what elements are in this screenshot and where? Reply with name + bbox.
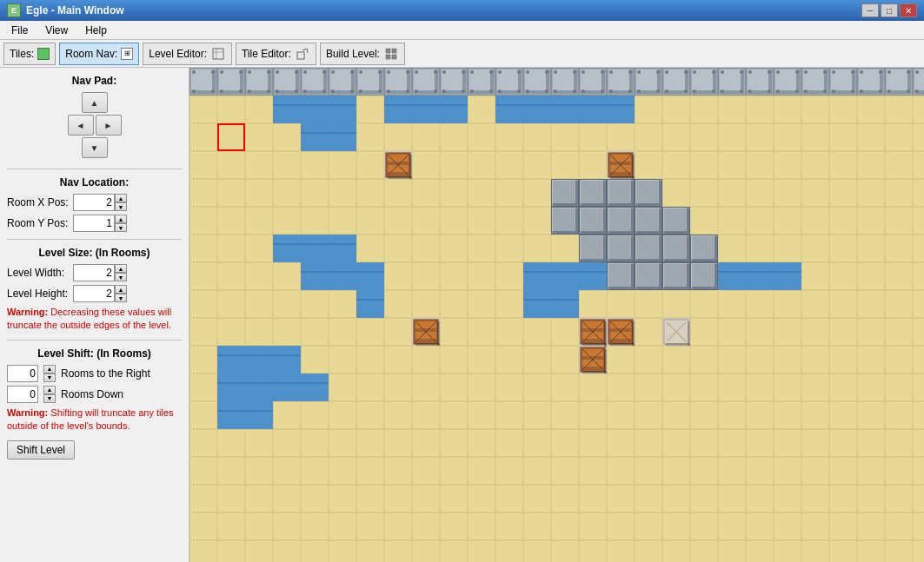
room-x-down-button[interactable]: ▼ (115, 202, 127, 211)
room-y-down-button[interactable]: ▼ (115, 223, 127, 232)
svg-rect-7 (392, 49, 396, 53)
map-area[interactable] (189, 68, 924, 562)
level-width-spinner-buttons: ▲ ▼ (115, 264, 127, 281)
warning-size-bold: Warning: (7, 307, 48, 317)
shift-level-button[interactable]: Shift Level (7, 440, 75, 460)
rooms-down-up-button[interactable]: ▲ (43, 386, 56, 394)
nav-location-title: Nav Location: (7, 176, 182, 188)
room-x-spinner-buttons: ▲ ▼ (115, 194, 127, 211)
toolbar: Tiles: Room Nav: ⊞ Level Editor: Tile Ed… (0, 40, 924, 68)
tile-editor-icon (295, 46, 310, 62)
menu-file[interactable]: File (3, 22, 36, 39)
svg-rect-0 (213, 49, 223, 59)
rooms-right-label: Rooms to the Right (61, 367, 150, 380)
level-width-down-button[interactable]: ▼ (115, 273, 127, 281)
toolbar-tiles-label: Tiles: (10, 48, 34, 60)
level-height-up-button[interactable]: ▲ (115, 285, 127, 294)
toolbar-room-nav[interactable]: Room Nav: ⊞ (59, 43, 139, 65)
warning-size: Warning: Decreasing these values will tr… (7, 306, 182, 333)
svg-rect-6 (386, 49, 390, 53)
rooms-right-row: ▲ ▼ Rooms to the Right (7, 365, 182, 382)
warning-shift: Warning: Shifting will truncate any tile… (7, 407, 182, 433)
maximize-button[interactable]: □ (881, 3, 898, 17)
level-height-spinner: ▲ ▼ (73, 285, 127, 302)
tile-canvas (189, 68, 924, 562)
toolbar-tiles[interactable]: Tiles: (3, 43, 56, 65)
sidebar: Nav Pad: ▲◄►▼ Nav Location: Room X Pos: … (0, 68, 189, 562)
main-content: Nav Pad: ▲◄►▼ Nav Location: Room X Pos: … (0, 68, 924, 562)
level-size-title: Level Size: (In Rooms) (7, 247, 182, 259)
nav-left-button[interactable]: ◄ (68, 115, 94, 136)
window-title: Egle - Main Window (26, 4, 124, 17)
room-nav-icon: ⊞ (121, 48, 133, 60)
tiles-icon (37, 48, 50, 60)
room-y-spinner: ▲ ▼ (73, 215, 127, 232)
room-y-input[interactable] (73, 215, 115, 232)
minimize-button[interactable]: ─ (861, 3, 879, 17)
level-height-spinner-buttons: ▲ ▼ (115, 285, 127, 302)
nav-pad-title: Nav Pad: (7, 75, 182, 87)
level-shift-title: Level Shift: (In Rooms) (7, 347, 182, 360)
build-level-icon (383, 46, 399, 62)
menu-view[interactable]: View (37, 22, 76, 39)
title-controls: ─ □ ✕ (861, 3, 917, 17)
room-x-spinner: ▲ ▼ (73, 194, 127, 211)
close-button[interactable]: ✕ (900, 3, 917, 17)
level-width-spinner: ▲ ▼ (73, 264, 127, 281)
level-width-label: Level Width: (7, 267, 70, 279)
nav-down-button[interactable]: ▼ (82, 137, 108, 158)
level-width-input[interactable] (73, 264, 115, 281)
rooms-right-input[interactable] (7, 365, 38, 382)
menu-bar: File View Help (0, 21, 924, 40)
rooms-down-label: Rooms Down (61, 388, 123, 400)
rooms-right-down-button[interactable]: ▼ (43, 374, 56, 382)
menu-help[interactable]: Help (77, 22, 115, 39)
svg-rect-9 (392, 55, 396, 59)
toolbar-tile-editor[interactable]: Tile Editor: (236, 43, 316, 65)
toolbar-room-nav-label: Room Nav: (65, 48, 117, 60)
room-x-up-button[interactable]: ▲ (115, 194, 127, 202)
room-y-up-button[interactable]: ▲ (115, 215, 127, 223)
rooms-right-spinner-buttons: ▲ ▼ (43, 365, 56, 382)
level-editor-icon (210, 46, 226, 62)
rooms-down-down-button[interactable]: ▼ (43, 394, 56, 403)
level-width-row: Level Width: ▲ ▼ (7, 264, 182, 281)
nav-right-button[interactable]: ► (96, 115, 122, 136)
level-height-label: Level Height: (7, 288, 70, 300)
toolbar-build-level-label: Build Level: (326, 48, 380, 60)
rooms-right-up-button[interactable]: ▲ (43, 365, 56, 374)
nav-up-button[interactable]: ▲ (82, 92, 108, 113)
svg-rect-8 (386, 55, 390, 59)
level-width-up-button[interactable]: ▲ (115, 264, 127, 273)
room-y-spinner-buttons: ▲ ▼ (115, 215, 127, 232)
room-x-input[interactable] (73, 194, 115, 211)
toolbar-level-editor-label: Level Editor: (149, 48, 207, 60)
main-panel (189, 68, 924, 562)
level-height-down-button[interactable]: ▼ (115, 294, 127, 302)
rooms-down-spinner-buttons: ▲ ▼ (43, 386, 56, 403)
toolbar-build-level[interactable]: Build Level: (320, 43, 405, 65)
svg-rect-3 (297, 52, 304, 59)
level-height-input[interactable] (73, 285, 115, 302)
room-y-label: Room Y Pos: (7, 217, 70, 229)
separator-2 (7, 239, 182, 240)
room-x-row: Room X Pos: ▲ ▼ (7, 194, 182, 211)
rooms-down-row: ▲ ▼ Rooms Down (7, 386, 182, 403)
svg-line-4 (302, 49, 307, 50)
separator-1 (7, 169, 182, 169)
title-bar-left: E Egle - Main Window (7, 3, 124, 17)
rooms-down-input[interactable] (7, 386, 38, 403)
toolbar-tile-editor-label: Tile Editor: (242, 48, 291, 60)
title-bar: E Egle - Main Window ─ □ ✕ (0, 0, 924, 21)
separator-3 (7, 340, 182, 341)
svg-line-5 (307, 49, 308, 53)
room-y-row: Room Y Pos: ▲ ▼ (7, 215, 182, 232)
room-x-label: Room X Pos: (7, 196, 70, 208)
level-height-row: Level Height: ▲ ▼ (7, 285, 182, 302)
toolbar-level-editor[interactable]: Level Editor: (143, 43, 232, 65)
warning-shift-bold: Warning: (7, 407, 48, 418)
app-icon: E (7, 3, 21, 17)
nav-pad: ▲◄►▼ (7, 92, 182, 158)
